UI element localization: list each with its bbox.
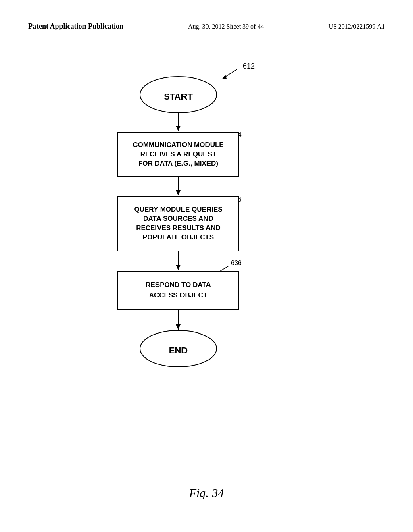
patent-number-label: US 2012/0221599 A1 [328, 23, 385, 30]
start-label: START [164, 91, 193, 102]
box2-line3: RECEIVES RESULTS AND [136, 224, 221, 232]
figure-caption: Fig. 34 [189, 486, 224, 500]
box2-line1: QUERY MODULE QUERIES [134, 206, 222, 213]
box3-line1: RESPOND TO DATA [146, 281, 211, 289]
ref-612-label: 612 [243, 62, 255, 70]
box1-line2: RECEIVES A REQUEST [140, 150, 217, 158]
svg-marker-8 [176, 190, 181, 195]
ref-636-label: 636 [231, 260, 242, 266]
svg-marker-12 [176, 265, 181, 270]
svg-rect-14 [118, 271, 239, 310]
svg-marker-1 [223, 75, 227, 79]
svg-marker-4 [176, 126, 181, 131]
svg-marker-16 [176, 324, 181, 330]
patent-publication-label: Patent Application Publication [28, 22, 123, 31]
box1-line3: FOR DATA (E.G., MIXED) [138, 160, 218, 167]
flowchart-diagram: 612 START 614 COMMUNICATION MODULE RECEI… [86, 56, 327, 407]
box2-line2: DATA SOURCES AND [143, 215, 213, 222]
box2-line4: POPULATE OBJECTS [143, 233, 214, 241]
sheet-info-label: Aug. 30, 2012 Sheet 39 of 44 [188, 23, 264, 30]
box3-line2: ACCESS OBJECT [149, 291, 208, 299]
box1-line1: COMMUNICATION MODULE [133, 141, 223, 149]
end-label: END [169, 345, 188, 355]
